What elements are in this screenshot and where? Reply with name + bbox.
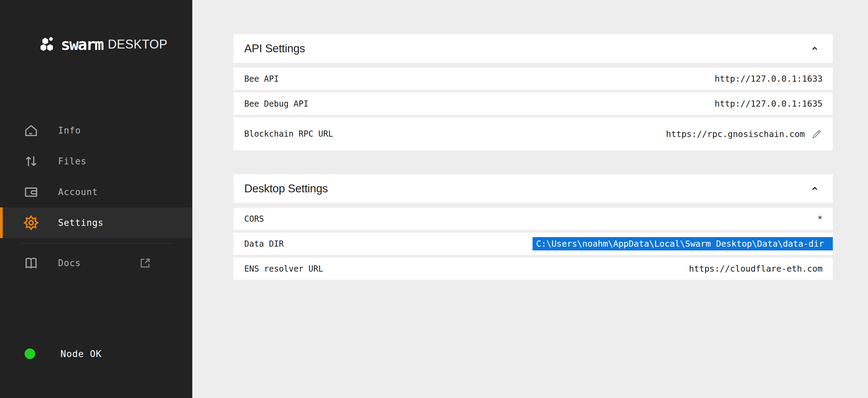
sidebar-item-files[interactable]: Files	[0, 146, 192, 177]
app-window: swarm DESKTOP Info Files	[0, 0, 868, 398]
app-logo: swarm DESKTOP	[39, 34, 192, 55]
home-icon	[23, 123, 39, 138]
book-icon	[23, 255, 39, 271]
row-label: Blockchain RPC URL	[244, 129, 333, 139]
gear-icon	[23, 215, 39, 231]
sidebar-item-label: Docs	[58, 258, 81, 268]
row-data-dir: Data DIR C:\Users\noahm\AppData\Local\Sw…	[233, 233, 833, 255]
sidebar-item-settings[interactable]: Settings	[0, 207, 192, 238]
row-value-wrap: https://rpc.gnosischain.com	[666, 128, 823, 140]
section-header-api-settings[interactable]: API Settings	[233, 34, 833, 63]
section-title: API Settings	[244, 42, 305, 55]
sidebar-item-label: Account	[58, 187, 98, 197]
sidebar-divider	[20, 243, 173, 244]
row-value: http://127.0.0.1:1635	[715, 99, 823, 109]
wallet-icon	[23, 184, 39, 200]
node-status-green-dot-icon	[25, 348, 35, 359]
section-desktop-settings: Desktop Settings CORS * Data DIR C:\User…	[233, 174, 833, 280]
sidebar-item-info[interactable]: Info	[0, 115, 192, 146]
row-blockchain-rpc-url: Blockchain RPC URL https://rpc.gnosischa…	[233, 118, 833, 150]
row-label: Bee Debug API	[244, 99, 308, 109]
row-label: Bee API	[244, 74, 279, 84]
sidebar-item-label: Info	[58, 125, 81, 136]
swarm-hexagons-icon	[39, 36, 57, 53]
section-rows: Bee API http://127.0.0.1:1633 Bee Debug …	[233, 68, 833, 150]
logo-text-desktop: DESKTOP	[108, 37, 167, 52]
row-value: https://rpc.gnosischain.com	[666, 129, 805, 139]
section-title: Desktop Settings	[244, 182, 328, 195]
row-value: https://cloudflare-eth.com	[689, 264, 823, 274]
row-label: ENS resolver URL	[244, 264, 323, 274]
row-label: Data DIR	[244, 239, 284, 249]
section-rows: CORS * Data DIR C:\Users\noahm\AppData\L…	[233, 208, 833, 280]
node-status-label: Node OK	[60, 348, 102, 359]
sidebar-item-label: Settings	[58, 218, 104, 228]
chevron-up-icon[interactable]	[810, 183, 820, 194]
row-bee-debug-api: Bee Debug API http://127.0.0.1:1635	[233, 93, 833, 115]
section-api-settings: API Settings Bee API http://127.0.0.1:16…	[233, 34, 833, 150]
row-value: http://127.0.0.1:1633	[715, 74, 823, 84]
sidebar-item-label: Files	[58, 156, 86, 166]
sidebar-item-account[interactable]: Account	[0, 177, 192, 207]
main-content: API Settings Bee API http://127.0.0.1:16…	[192, 0, 868, 398]
section-header-desktop-settings[interactable]: Desktop Settings	[233, 174, 833, 203]
sidebar-item-docs[interactable]: Docs	[0, 248, 192, 278]
row-bee-api: Bee API http://127.0.0.1:1633	[233, 68, 833, 90]
chevron-up-icon[interactable]	[810, 43, 820, 54]
external-link-icon[interactable]	[138, 256, 152, 270]
sidebar: swarm DESKTOP Info Files	[0, 0, 192, 398]
row-cors: CORS *	[233, 208, 833, 230]
arrows-updown-icon	[23, 153, 39, 169]
row-value: *	[817, 214, 823, 224]
row-value-selected[interactable]: C:\Users\noahm\AppData\Local\Swarm Deskt…	[533, 237, 833, 250]
logo-text-swarm: swarm	[61, 35, 103, 54]
row-label: CORS	[244, 214, 264, 224]
row-ens-resolver-url: ENS resolver URL https://cloudflare-eth.…	[233, 258, 833, 280]
node-status[interactable]: Node OK	[0, 343, 192, 364]
sidebar-nav: Info Files Account	[0, 115, 192, 238]
pencil-icon[interactable]	[811, 128, 823, 140]
